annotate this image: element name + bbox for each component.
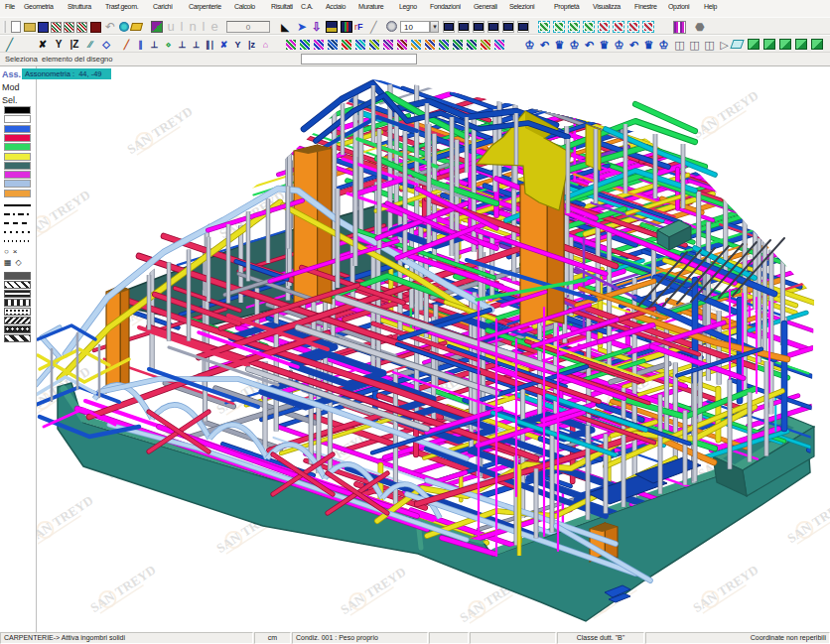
svg-text:TREYD: TREYD: [715, 562, 761, 598]
svg-text:TREYD: TREYD: [112, 562, 158, 598]
svg-text:TREYD: TREYD: [715, 87, 761, 124]
svg-text:TREYD: TREYD: [362, 564, 408, 600]
svg-text:TREYD: TREYD: [149, 103, 195, 140]
svg-text:TREYD: TREYD: [47, 187, 92, 223]
svg-text:TREYD: TREYD: [50, 492, 95, 529]
